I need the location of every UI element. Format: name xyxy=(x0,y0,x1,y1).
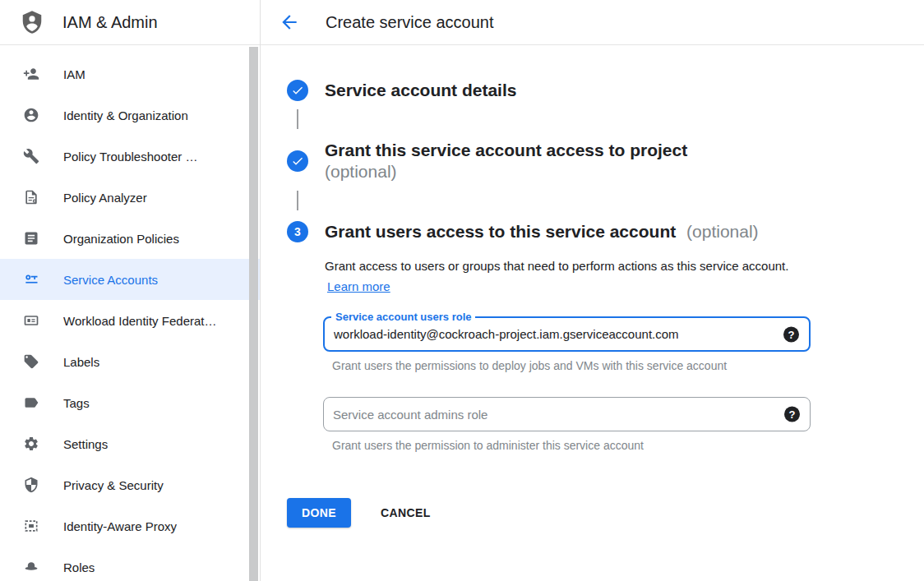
sidebar-item-organization-policies[interactable]: Organization Policies xyxy=(0,218,260,259)
wizard-actions: DONE CANCEL xyxy=(287,498,924,528)
step-completed-check-icon xyxy=(287,150,308,172)
wrench-icon xyxy=(23,148,39,164)
step-2-grant-access-to-project: Grant this service account access to pro… xyxy=(287,140,924,182)
roles-hat-icon xyxy=(23,559,39,575)
stepper-connector xyxy=(297,109,298,129)
sidebar-item-label: Policy Troubleshooter … xyxy=(63,150,197,164)
sidebar-item-label: Labels xyxy=(63,355,99,369)
sidebar-item-settings[interactable]: Settings xyxy=(0,423,260,464)
sidebar-item-tags[interactable]: Tags xyxy=(0,382,260,423)
page-header: Create service account xyxy=(261,0,924,45)
sidebar-item-label: Identity & Organization xyxy=(63,108,188,122)
description-text: Grant access to users or groups that nee… xyxy=(325,259,788,273)
step-3-optional-label: (optional) xyxy=(686,222,759,241)
sidebar-nav: IAM Identity & Organization Policy Troub… xyxy=(0,45,260,581)
users-role-helper-text: Grant users the permissions to deploy jo… xyxy=(332,359,924,373)
sidebar-item-service-accounts[interactable]: Service Accounts xyxy=(0,259,260,300)
policy-analyzer-icon xyxy=(23,189,39,205)
privacy-shield-icon xyxy=(23,477,39,493)
service-accounts-icon xyxy=(23,271,39,288)
sidebar-item-label: Service Accounts xyxy=(63,273,158,287)
sidebar-item-iam[interactable]: IAM xyxy=(0,53,260,95)
arrow-back-icon xyxy=(279,12,300,33)
sidebar-item-label: Roles xyxy=(63,560,95,574)
users-role-field: Service account users role ? xyxy=(323,316,811,352)
sidebar-item-policy-analyzer[interactable]: Policy Analyzer xyxy=(0,177,260,218)
sidebar-item-identity-aware-proxy[interactable]: Identity-Aware Proxy xyxy=(0,505,260,546)
step-completed-check-icon xyxy=(287,80,308,101)
page-title: Create service account xyxy=(326,13,494,32)
step-2-title[interactable]: Grant this service account access to pro… xyxy=(325,140,687,182)
sidebar-item-label: Privacy & Security xyxy=(63,478,164,492)
admins-role-field: ? xyxy=(323,397,811,431)
iam-admin-sidebar: IAM & Admin IAM Identity & Organization … xyxy=(0,0,261,581)
step-2-optional-label: (optional) xyxy=(325,161,687,182)
done-button[interactable]: DONE xyxy=(287,498,351,528)
sidebar-scrollbar[interactable] xyxy=(249,47,258,581)
tag-icon xyxy=(23,394,39,411)
gear-icon xyxy=(23,436,39,452)
help-icon[interactable]: ? xyxy=(784,407,800,422)
sidebar-item-workload-identity-federation[interactable]: Workload Identity Federat… xyxy=(0,300,260,341)
iam-admin-shield-icon xyxy=(20,10,44,35)
step-3-description: Grant access to users or groups that nee… xyxy=(325,256,789,297)
admins-role-helper-text: Grant users the permission to administer… xyxy=(332,439,924,453)
step-3-title-text: Grant users access to this service accou… xyxy=(325,222,676,241)
org-policies-icon xyxy=(23,230,39,247)
workload-identity-icon xyxy=(23,312,39,329)
sidebar-item-label: IAM xyxy=(63,67,85,81)
sidebar-title: IAM & Admin xyxy=(62,13,158,32)
sidebar-item-policy-troubleshooter[interactable]: Policy Troubleshooter … xyxy=(0,136,260,177)
stepper-connector xyxy=(297,191,298,210)
create-service-account-wizard: Service account details Grant this servi… xyxy=(261,45,924,528)
users-role-field-label: Service account users role xyxy=(331,311,475,324)
cancel-button[interactable]: CANCEL xyxy=(374,498,437,528)
sidebar-item-label: Organization Policies xyxy=(63,232,179,246)
sidebar-item-roles[interactable]: Roles xyxy=(0,546,260,581)
sidebar-item-label: Settings xyxy=(63,437,108,451)
sidebar-item-label: Identity-Aware Proxy xyxy=(63,519,177,533)
person-add-icon xyxy=(23,66,39,82)
step-3-number-badge: 3 xyxy=(287,221,308,242)
sidebar-item-identity-organization[interactable]: Identity & Organization xyxy=(0,95,260,136)
admins-role-input[interactable] xyxy=(324,398,810,431)
sidebar-item-label: Workload Identity Federat… xyxy=(63,314,216,328)
sidebar-item-label: Policy Analyzer xyxy=(63,191,147,205)
step-2-title-text: Grant this service account access to pro… xyxy=(325,141,687,159)
step-1-service-account-details: Service account details xyxy=(287,80,924,101)
sidebar-item-labels[interactable]: Labels xyxy=(0,341,260,382)
help-icon[interactable]: ? xyxy=(783,326,799,342)
step-1-title[interactable]: Service account details xyxy=(325,80,516,101)
label-icon xyxy=(23,353,39,370)
sidebar-item-privacy-security[interactable]: Privacy & Security xyxy=(0,464,260,505)
account-circle-icon xyxy=(23,107,39,123)
step-3-title[interactable]: Grant users access to this service accou… xyxy=(325,221,759,242)
gcp-console-window: IAM & Admin IAM Identity & Organization … xyxy=(0,0,924,581)
sidebar-header: IAM & Admin xyxy=(0,0,260,45)
identity-aware-proxy-icon xyxy=(23,518,39,534)
step-3-grant-users-access: 3 Grant users access to this service acc… xyxy=(287,221,924,242)
learn-more-link[interactable]: Learn more xyxy=(327,279,390,293)
sidebar-item-label: Tags xyxy=(63,396,90,410)
main-panel: Create service account Service account d… xyxy=(261,0,924,581)
back-button[interactable] xyxy=(279,12,300,33)
